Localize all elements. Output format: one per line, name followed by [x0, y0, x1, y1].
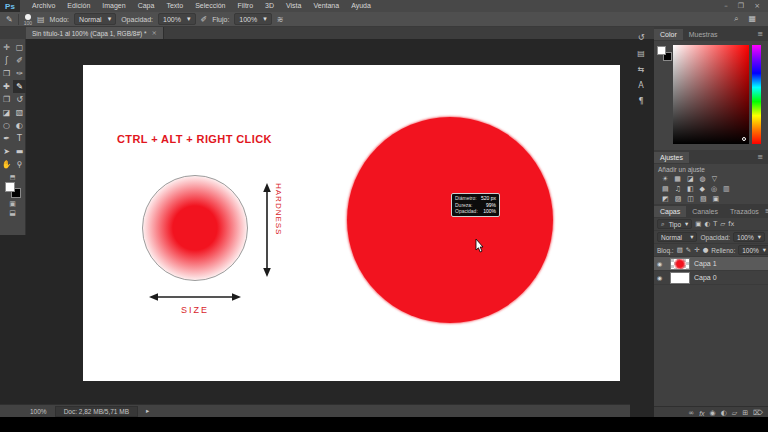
tool-lasso[interactable]: ʃ: [0, 54, 13, 67]
tool-gradient[interactable]: ▧: [13, 106, 26, 119]
panel-menu-icon[interactable]: ≡: [757, 30, 768, 38]
properties-panel-icon[interactable]: ▤: [637, 49, 645, 58]
device-preview-panel-icon[interactable]: ⇆: [638, 65, 645, 74]
layer-blend-mode-select[interactable]: Normal ▾: [657, 232, 697, 242]
tool-eraser[interactable]: ◪: [0, 106, 13, 119]
tab-close-icon[interactable]: ×: [152, 29, 157, 37]
saturation-brightness-picker[interactable]: [673, 45, 749, 144]
foreground-color-swatch[interactable]: [657, 46, 666, 55]
filter-type-icon[interactable]: T: [713, 220, 717, 228]
adjustment-icon[interactable]: ◍: [700, 175, 706, 183]
adjustment-icon[interactable]: ◫: [687, 195, 694, 203]
brush-preset-picker[interactable]: 100: [24, 14, 32, 25]
adjustment-icon[interactable]: ▨: [675, 195, 682, 203]
lock-position-icon[interactable]: ✛: [694, 246, 699, 254]
visibility-eye-icon[interactable]: ◉: [657, 260, 666, 267]
tool-path-selection[interactable]: ➤: [0, 145, 13, 158]
tool-hand[interactable]: ✋: [0, 158, 13, 171]
tab-muestras[interactable]: Muestras: [683, 29, 724, 40]
adjustment-icon[interactable]: ♫: [675, 185, 681, 193]
tab-color[interactable]: Color: [654, 29, 683, 40]
menu-ayuda[interactable]: Ayuda: [345, 0, 377, 12]
document-tab[interactable]: Sin título-1 al 100% (Capa 1, RGB/8#) * …: [26, 27, 164, 39]
new-layer-icon[interactable]: ⊞: [742, 409, 748, 417]
menu-filtro[interactable]: Filtro: [232, 0, 260, 12]
menu-3d[interactable]: 3D: [259, 0, 280, 12]
adjustment-icon[interactable]: ▣: [713, 195, 720, 203]
new-group-icon[interactable]: ▱: [732, 409, 737, 417]
paragraph-panel-icon[interactable]: ¶: [638, 97, 643, 106]
filter-adjustment-icon[interactable]: ◐: [704, 220, 710, 228]
tool-blur[interactable]: ○: [0, 119, 13, 132]
menu-ventana[interactable]: Ventana: [307, 0, 345, 12]
menu-capa[interactable]: Capa: [132, 0, 161, 12]
adjustment-icon[interactable]: ▧: [700, 195, 707, 203]
menu-seleccion[interactable]: Selección: [189, 0, 231, 12]
layer-row-capa-1[interactable]: ◉ Capa 1: [654, 257, 768, 271]
lock-pixels-icon[interactable]: ✎: [686, 246, 691, 254]
hue-slider[interactable]: [752, 45, 761, 144]
minimize-icon[interactable]: –: [724, 2, 728, 10]
restore-icon[interactable]: ❐: [738, 2, 744, 10]
layer-row-capa-0[interactable]: ◉ Capa 0: [654, 271, 768, 285]
history-panel-icon[interactable]: ↺: [638, 33, 645, 42]
zoom-level[interactable]: 100%: [30, 408, 47, 415]
menu-archivo[interactable]: Archivo: [26, 0, 61, 12]
adjustment-icon[interactable]: ◆: [700, 185, 705, 193]
layer-opacity-select[interactable]: 100% ▾: [733, 232, 765, 242]
tool-clone-stamp[interactable]: ❐: [0, 93, 13, 106]
workspace-layout-icon[interactable]: ▦: [748, 14, 756, 24]
tool-shape[interactable]: ▬: [13, 145, 26, 158]
tool-dodge[interactable]: ◐: [13, 119, 26, 132]
link-layers-icon[interactable]: ∞: [688, 409, 694, 417]
tool-type[interactable]: T: [13, 132, 26, 145]
lock-transparency-icon[interactable]: ▨: [677, 246, 683, 254]
visibility-eye-icon[interactable]: ◉: [657, 274, 666, 281]
character-panel-icon[interactable]: A: [638, 81, 643, 90]
search-icon[interactable]: ⌕: [734, 14, 738, 24]
tool-move[interactable]: ✛: [0, 41, 13, 54]
filter-effects-icon[interactable]: fx: [728, 220, 734, 228]
close-icon[interactable]: ×: [754, 2, 760, 10]
tool-rectangular-marquee[interactable]: ▢: [13, 41, 26, 54]
menu-texto[interactable]: Texto: [160, 0, 189, 12]
adjustment-icon[interactable]: ◧: [687, 185, 694, 193]
tool-spot-healing[interactable]: ✚: [0, 80, 13, 93]
foreground-color-swatch[interactable]: [5, 182, 15, 192]
tool-history-brush[interactable]: ↺: [13, 93, 26, 106]
adjustment-icon[interactable]: ▤: [662, 185, 669, 193]
tab-ajustes[interactable]: Ajustes: [654, 152, 689, 163]
tool-quick-selection[interactable]: ✐: [13, 54, 26, 67]
status-menu-arrow-icon[interactable]: ▸: [146, 407, 149, 415]
adjustment-icon[interactable]: ◪: [687, 175, 694, 183]
filter-shape-icon[interactable]: ▱: [720, 220, 725, 228]
adjustment-icon[interactable]: ▥: [723, 185, 730, 193]
adjustment-icon[interactable]: ◩: [662, 195, 669, 203]
delete-layer-icon[interactable]: ⌦: [753, 409, 763, 417]
tool-brush[interactable]: ✎: [13, 80, 26, 93]
menu-imagen[interactable]: Imagen: [96, 0, 131, 12]
flow-select[interactable]: 100% ▾: [234, 13, 271, 25]
adjustment-layer-icon[interactable]: ◐: [721, 409, 727, 417]
tool-eyedropper[interactable]: ✑: [13, 67, 26, 80]
lock-all-icon[interactable]: ●: [703, 246, 709, 254]
layer-thumbnail[interactable]: [670, 272, 690, 284]
brush-tool-icon[interactable]: ✎: [6, 15, 13, 24]
layer-filter-select[interactable]: ⌕ Tipo ▾: [657, 219, 692, 229]
layer-mask-icon[interactable]: ◉: [710, 409, 716, 417]
adjustment-icon[interactable]: ◎: [711, 185, 717, 193]
tool-crop[interactable]: ❒: [0, 67, 13, 80]
filter-pixel-icon[interactable]: ▣: [695, 220, 701, 228]
tab-trazados[interactable]: Trazados: [724, 206, 765, 217]
layer-fill-select[interactable]: 100% ▾: [738, 245, 768, 255]
opacity-select[interactable]: 100% ▾: [158, 13, 195, 25]
default-swatches-icon[interactable]: ⬒: [10, 173, 16, 180]
pressure-opacity-icon[interactable]: ✐: [201, 15, 208, 24]
tool-zoom[interactable]: ⚲: [13, 158, 26, 171]
layer-effects-icon[interactable]: fx: [699, 410, 704, 417]
adjustment-icon[interactable]: ☀: [662, 175, 668, 183]
menu-vista[interactable]: Vista: [280, 0, 307, 12]
adjustment-icon[interactable]: ▦: [674, 175, 681, 183]
layer-thumbnail[interactable]: [670, 258, 690, 270]
tab-canales[interactable]: Canales: [686, 206, 724, 217]
